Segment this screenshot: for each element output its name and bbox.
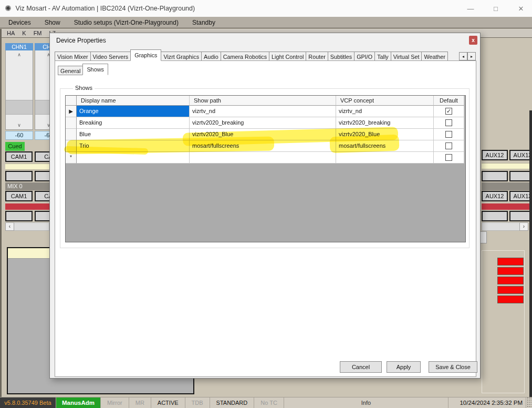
shortcut-item[interactable]: HA (7, 30, 15, 36)
default-checkbox[interactable] (445, 154, 452, 161)
table-row[interactable]: ▶ Orange vizrtv_nd vizrtv_nd (66, 106, 465, 117)
sub-tab[interactable]: Shows (82, 64, 108, 75)
fader-handle[interactable] (6, 100, 33, 115)
cell-show-path[interactable]: vizrtv2020_breaking (190, 117, 336, 129)
tab-scroll-left-icon[interactable]: ◂ (459, 52, 467, 60)
device-properties-dialog: Device Properties x Vision MixerVideo Se… (49, 33, 481, 379)
source-cell[interactable] (509, 211, 532, 221)
table-row[interactable]: Breaking vizrtv2020_breaking vizrtv2020_… (66, 117, 465, 129)
cell-row-right-2 (482, 211, 532, 221)
device-tab[interactable]: Video Servers (90, 52, 131, 61)
resize-grip-icon[interactable] (526, 397, 532, 408)
menu-item[interactable]: Devices (2, 19, 38, 26)
channel-strip: CHN1 ∧ ∨ -60 (5, 43, 33, 140)
source-cell[interactable] (482, 211, 508, 221)
aux-button-row-2: AUX12AUX13 (482, 191, 532, 201)
header-display-name[interactable]: Display name (77, 96, 190, 106)
header-show-path[interactable]: Show path (190, 96, 336, 106)
alarm-panel (482, 250, 525, 393)
aux-button[interactable]: AUX13 (509, 150, 532, 160)
dialog-title: Device Properties (56, 37, 106, 44)
device-tab[interactable]: Audio (201, 52, 221, 61)
cell-show-path[interactable] (190, 152, 336, 164)
device-tab[interactable]: Light Control (269, 52, 306, 61)
scroll-left-icon[interactable]: ‹ (5, 222, 14, 231)
alarm-bar (497, 258, 524, 266)
device-tab-strip: Vision MixerVideo ServersGraphicsVizrt G… (55, 49, 458, 61)
row-selector[interactable]: ▶ (66, 106, 77, 117)
channel-name: CHN1 (5, 43, 33, 50)
source-cell[interactable] (5, 211, 33, 221)
alarm-bar (497, 277, 524, 284)
channel-fader[interactable]: ∧ ∨ (5, 50, 33, 130)
status-flag: MR (129, 397, 151, 408)
device-tab[interactable]: Camera Robotics (221, 52, 269, 61)
fader-down-icon[interactable]: ∨ (6, 123, 33, 128)
cell-row-right-1 (482, 171, 532, 181)
cam-button[interactable]: CAM1 (5, 151, 33, 162)
status-flag: ACTIVE (151, 397, 185, 408)
aux-button[interactable]: AUX13 (509, 191, 532, 201)
menu-item[interactable]: Standby (185, 19, 222, 26)
shows-group-label: Shows (73, 85, 95, 91)
status-flag: STANDARD (210, 397, 255, 408)
default-checkbox[interactable] (445, 131, 452, 138)
tab-scroll-buttons: ◂ ▸ (459, 52, 476, 60)
cell-vcp-concept[interactable]: vizrtv_nd (336, 106, 434, 117)
mix-header: MIX 0 (5, 182, 49, 190)
apply-button[interactable]: Apply (387, 361, 421, 373)
cell-default (434, 129, 464, 140)
menu-item[interactable]: Show (38, 19, 67, 26)
maximize-icon[interactable]: □ (491, 5, 500, 13)
device-tab[interactable]: GPI/O (354, 52, 375, 61)
device-tab[interactable]: Graphics (130, 49, 161, 61)
window-controls: — □ ✕ (466, 0, 526, 17)
cued-badge: Cued (5, 142, 25, 151)
shortcut-item[interactable]: FM (34, 30, 42, 36)
aux-button[interactable]: AUX12 (482, 150, 508, 160)
status-flag: No TC (254, 397, 284, 408)
window-titlebar: ✺ Viz Mosart - AV Automation | IBC2024 (… (0, 0, 532, 17)
device-tab[interactable]: Weather (421, 52, 448, 61)
close-icon[interactable]: ✕ (516, 5, 526, 13)
row-selector[interactable] (66, 129, 77, 140)
minimize-icon[interactable]: — (466, 5, 475, 13)
device-tab[interactable]: Vision Mixer (55, 52, 91, 61)
default-checkbox[interactable] (445, 142, 452, 149)
source-cell[interactable] (482, 171, 508, 181)
aux-section-header (482, 182, 532, 190)
cell-show-path[interactable]: vizrtv_nd (190, 106, 336, 117)
cancel-button[interactable]: Cancel (340, 361, 382, 373)
device-tab[interactable]: Vizrt Graphics (161, 52, 202, 61)
row-selector[interactable] (66, 117, 77, 129)
source-cell[interactable] (5, 171, 33, 181)
aux-button[interactable]: AUX12 (482, 191, 508, 201)
alarm-bar (497, 267, 524, 275)
device-tab[interactable]: Virtual Set (391, 52, 422, 61)
shortcut-item[interactable]: K (22, 30, 26, 36)
default-checkbox[interactable] (445, 108, 452, 115)
fader-up-icon[interactable]: ∧ (6, 52, 33, 57)
device-tab[interactable]: Router (306, 52, 328, 61)
menu-bar: DevicesShowStudio setups (Vizrt-One-Play… (0, 17, 532, 28)
cell-vcp-concept[interactable] (336, 152, 434, 164)
scroll-right-icon[interactable]: › (519, 222, 528, 231)
device-tab[interactable]: Tally (374, 52, 391, 61)
device-tab[interactable]: Subtitles (328, 52, 354, 61)
aux-button-row-1: AUX12AUX13 (482, 150, 532, 160)
dialog-close-button[interactable]: x (469, 36, 477, 45)
tab-scroll-right-icon[interactable]: ▸ (467, 52, 476, 60)
cell-display-name[interactable]: Orange (77, 106, 190, 117)
source-cell[interactable] (509, 171, 532, 181)
save-close-button[interactable]: Save & Close (429, 361, 477, 373)
program-strip-left (5, 203, 49, 210)
cell-display-name[interactable]: Breaking (77, 117, 190, 129)
default-checkbox[interactable] (445, 119, 452, 126)
header-default[interactable]: Default (434, 96, 464, 106)
alarm-bar (497, 286, 524, 294)
shows-table: Display name Show path VCP concept Defau… (65, 95, 466, 242)
header-vcp-concept[interactable]: VCP concept (336, 96, 434, 106)
sub-tab[interactable]: General (58, 66, 83, 75)
menu-item[interactable]: Studio setups (Vizrt-One-Playground) (67, 19, 185, 26)
cam-button[interactable]: CAM1 (5, 191, 33, 201)
